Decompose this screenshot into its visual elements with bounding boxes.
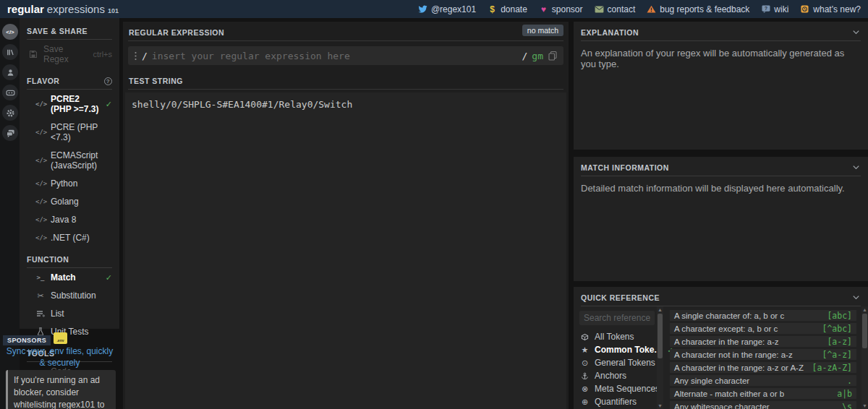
nav-bug-reports-feedback[interactable]: bug reports & feedback xyxy=(647,4,749,14)
match-information-heading: MATCH INFORMATION xyxy=(581,157,861,176)
scroll-up-icon[interactable]: ▲ xyxy=(861,306,868,313)
reference-row[interactable]: A character not in the range: a-z[^a-z] xyxy=(670,349,856,360)
item-label: Python xyxy=(51,178,77,189)
reference-description: Any single character xyxy=(674,376,749,385)
reference-code: [^a-z] xyxy=(822,350,852,360)
function-list[interactable]: List xyxy=(34,304,112,322)
category-general-tokens[interactable]: ⊙General Tokens xyxy=(579,356,655,369)
category-label: Common Toke... xyxy=(595,345,661,355)
terminal-icon: >_ xyxy=(35,274,46,281)
reference-code: \s xyxy=(842,402,852,409)
search-reference-input[interactable] xyxy=(579,311,655,325)
quick-reference-panel: QUICK REFERENCE All Tokens★Common Toke..… xyxy=(574,287,868,409)
reference-description: Any whitespace character xyxy=(674,402,770,409)
flavor-help-icon[interactable]: ? xyxy=(104,77,112,85)
heart-icon: ♥ xyxy=(539,4,548,14)
flavor-pcre2-php-7-3[interactable]: </>PCRE2 (PHP >=7.3)✓ xyxy=(34,90,112,118)
category-quantifiers[interactable]: ⊕Quantifiers xyxy=(579,395,655,408)
livestream-icon[interactable] xyxy=(2,85,18,100)
regex-input[interactable] xyxy=(152,51,518,61)
flavor-pcre-php-7-3[interactable]: </>PCRE (PHP <7.3) xyxy=(34,118,112,146)
svg-text:?: ? xyxy=(765,6,767,11)
nav-wiki[interactable]: ?wiki xyxy=(761,4,788,14)
code-icon: </> xyxy=(35,198,46,205)
nav-label: donate xyxy=(501,4,527,14)
main-panel: REGULAR EXPRESSION no match / / gm TEST … xyxy=(123,22,569,409)
header-nav: @regex101$donate♥sponsorcontactbug repor… xyxy=(418,4,861,14)
circle-x-icon: ⊗ xyxy=(579,384,590,394)
category-label: General Tokens xyxy=(595,358,655,368)
flavor-golang[interactable]: </>Golang xyxy=(34,192,112,210)
match-information-panel: MATCH INFORMATION Detailed match informa… xyxy=(574,157,868,281)
code-icon: </> xyxy=(35,100,46,108)
adblock-notice: If you're running an ad blocker, conside… xyxy=(6,370,116,409)
community-icon[interactable] xyxy=(2,125,18,141)
chevron-down-icon[interactable] xyxy=(851,163,861,172)
reference-code: [^abc] xyxy=(822,324,852,334)
category-label: All Tokens xyxy=(595,332,634,342)
scroll-up-icon[interactable]: ▲ xyxy=(657,306,663,313)
circle-dot-icon: ⊙ xyxy=(579,358,590,368)
reference-scrollbar[interactable]: ▲ ▼ xyxy=(861,306,868,409)
category-common-toke[interactable]: ★Common Toke...✓ xyxy=(579,343,655,356)
scrollbar-thumb[interactable] xyxy=(862,314,867,348)
settings-icon[interactable] xyxy=(2,105,18,121)
category-all-tokens[interactable]: All Tokens xyxy=(579,330,655,343)
function-substitution[interactable]: ✂Substitution xyxy=(34,286,112,304)
account-icon[interactable] xyxy=(2,64,18,80)
flavor-net-c[interactable]: </>.NET (C#) xyxy=(34,228,112,246)
reference-row[interactable]: A single character of: a, b or c[abc] xyxy=(670,310,856,321)
flavor-java-8[interactable]: </>Java 8 xyxy=(34,210,112,228)
nav-what-s-new[interactable]: what's new? xyxy=(800,4,861,14)
flavor-ecmascript-javascript[interactable]: </>ECMAScript (JavaScript) xyxy=(34,146,112,174)
function-list: >_Match✓✂SubstitutionListUnit Tests xyxy=(20,268,119,340)
reference-category-column: All Tokens★Common Toke...✓⊙General Token… xyxy=(574,306,655,409)
category-label: Anchors xyxy=(595,371,626,381)
scroll-down-icon[interactable]: ▼ xyxy=(861,402,868,409)
env-sponsor-icon[interactable]: .env xyxy=(54,332,67,344)
item-label: PCRE (PHP <7.3) xyxy=(51,122,112,142)
chevron-down-icon[interactable] xyxy=(851,293,861,302)
reference-row[interactable]: Any single character. xyxy=(670,375,856,386)
nav-label: what's new? xyxy=(813,4,861,14)
nav-label: wiki xyxy=(774,4,788,14)
reference-row[interactable]: A character except: a, b or c[^abc] xyxy=(670,323,856,334)
item-label: Java 8 xyxy=(51,215,76,225)
reference-category-list: All Tokens★Common Toke...✓⊙General Token… xyxy=(579,330,655,409)
nav-sponsor[interactable]: ♥sponsor xyxy=(539,4,583,14)
category-scrollbar[interactable]: ▲ ▼ xyxy=(657,306,663,409)
reference-token-list: A single character of: a, b or c[abc]A c… xyxy=(663,306,859,409)
save-regex-button[interactable]: Save Regex ctrl+s xyxy=(27,40,112,68)
nav-regex101[interactable]: @regex101 xyxy=(418,4,476,14)
item-label: Match xyxy=(51,272,76,283)
function-heading: FUNCTION xyxy=(27,255,112,268)
whats-new-icon xyxy=(800,4,809,14)
item-label: Substitution xyxy=(51,290,96,301)
site-logo[interactable]: regular expressions 101 xyxy=(7,3,119,15)
item-label: PCRE2 (PHP >=7.3) xyxy=(51,94,101,114)
list-icon xyxy=(35,309,46,318)
scroll-down-icon[interactable]: ▼ xyxy=(657,402,663,409)
reference-row[interactable]: A character in the range: a-z[a-z] xyxy=(670,336,856,347)
sponsor-ad-link[interactable]: Sync your .env files, quickly & securely xyxy=(3,345,116,369)
function-match[interactable]: >_Match✓ xyxy=(34,268,112,286)
test-string-area[interactable]: shelly/0/SHPLG-S#EA1400#1/Relay0/Switch xyxy=(125,92,566,409)
delimiter-handle-icon[interactable] xyxy=(134,51,137,61)
regex-tester-icon[interactable]: </> xyxy=(2,24,18,40)
nav-contact[interactable]: contact xyxy=(595,4,636,14)
nav-donate[interactable]: $donate xyxy=(488,4,527,14)
flavor-python[interactable]: </>Python xyxy=(34,174,112,192)
category-anchors[interactable]: Anchors xyxy=(579,369,655,382)
reference-row[interactable]: A character in the range: a-z or A-Z[a-z… xyxy=(670,362,856,373)
regex-flags[interactable]: gm xyxy=(532,51,543,61)
save-shortcut: ctrl+s xyxy=(93,50,112,59)
library-icon[interactable] xyxy=(2,44,18,60)
reference-row[interactable]: Any whitespace character\s xyxy=(670,401,856,409)
anchor-icon xyxy=(579,372,590,380)
chevron-down-icon[interactable] xyxy=(851,27,861,37)
nav-label: @regex101 xyxy=(431,4,476,14)
scrollbar-thumb[interactable] xyxy=(658,314,663,358)
copy-icon[interactable] xyxy=(548,51,558,61)
reference-row[interactable]: Alternate - match either a or ba|b xyxy=(670,388,856,399)
category-meta-sequences[interactable]: ⊗Meta Sequences xyxy=(579,382,655,395)
